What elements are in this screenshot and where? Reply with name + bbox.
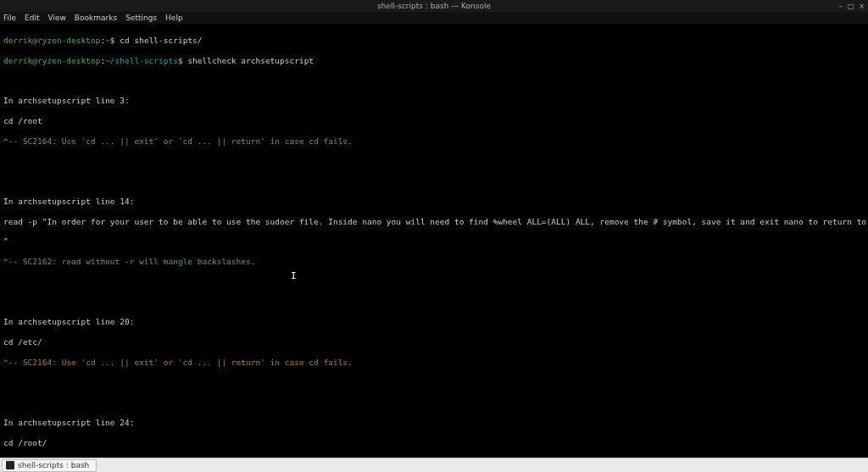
minimize-icon[interactable]: – bbox=[839, 3, 843, 10]
cmd-text: shellcheck archsetupscript bbox=[187, 56, 314, 65]
prompt-dollar: $ bbox=[178, 56, 187, 65]
window-title: shell-scripts : bash — Konsole bbox=[377, 2, 491, 10]
output-code: cd /root/ bbox=[3, 438, 865, 448]
prompt-userhost: derrik@ryzen-desktop bbox=[3, 56, 100, 65]
window-controls: – □ × bbox=[839, 3, 865, 10]
output-header: In archsetupscript line 24: bbox=[3, 418, 865, 428]
output-blank bbox=[3, 176, 865, 186]
menu-edit[interactable]: Edit bbox=[25, 14, 39, 22]
taskbar-item-label: shell-scripts : bash bbox=[18, 461, 89, 469]
menu-bookmarks[interactable]: Bookmarks bbox=[75, 14, 117, 22]
output-blank bbox=[3, 297, 865, 308]
output-blank bbox=[3, 277, 865, 287]
output-code: cd /etc/ bbox=[3, 337, 865, 347]
menu-help[interactable]: Help bbox=[165, 14, 183, 22]
terminal-line: derrik@ryzen-desktop:~$ cd shell-scripts… bbox=[3, 36, 865, 46]
output-blank bbox=[3, 397, 865, 408]
output-note: ^-- SC2164: Use 'cd ... || exit' or 'cd … bbox=[3, 136, 865, 147]
terminal-line: derrik@ryzen-desktop:~/shell-scripts$ sh… bbox=[3, 56, 865, 66]
prompt-path: ~/shell-scripts bbox=[105, 56, 178, 65]
output-code: read -p "In order for your user to be ab… bbox=[3, 217, 865, 227]
output-code-cont: " bbox=[3, 236, 865, 247]
close-icon[interactable]: × bbox=[859, 3, 865, 10]
output-blank bbox=[3, 75, 865, 86]
output-header: In archsetupscript line 3: bbox=[3, 96, 865, 106]
taskbar-item[interactable]: shell-scripts : bash bbox=[2, 459, 97, 472]
cmd-text: cd shell-scripts/ bbox=[120, 36, 202, 45]
titlebar: shell-scripts : bash — Konsole – □ × bbox=[0, 0, 868, 12]
output-note: ^-- SC2162: read without -r will mangle … bbox=[3, 257, 865, 267]
menubar: File Edit View Bookmarks Settings Help bbox=[0, 12, 868, 24]
output-blank bbox=[3, 156, 865, 166]
terminal-area[interactable]: derrik@ryzen-desktop:~$ cd shell-scripts… bbox=[0, 24, 868, 458]
maximize-icon[interactable]: □ bbox=[848, 3, 854, 10]
menu-settings[interactable]: Settings bbox=[125, 14, 157, 22]
prompt-userhost: derrik@ryzen-desktop bbox=[3, 36, 100, 45]
output-header: In archsetupscript line 20: bbox=[3, 317, 865, 327]
output-code: cd /root bbox=[3, 116, 865, 126]
output-header: In archsetupscript line 14: bbox=[3, 197, 865, 207]
output-note: ^-- SC2164: Use 'cd ... || exit' or 'cd … bbox=[3, 358, 865, 368]
prompt-dollar: $ bbox=[110, 36, 120, 45]
output-blank bbox=[3, 378, 865, 388]
taskbar: shell-scripts : bash bbox=[0, 458, 868, 472]
menu-view[interactable]: View bbox=[48, 14, 66, 22]
konsole-icon bbox=[6, 461, 14, 469]
menu-file[interactable]: File bbox=[3, 14, 16, 22]
